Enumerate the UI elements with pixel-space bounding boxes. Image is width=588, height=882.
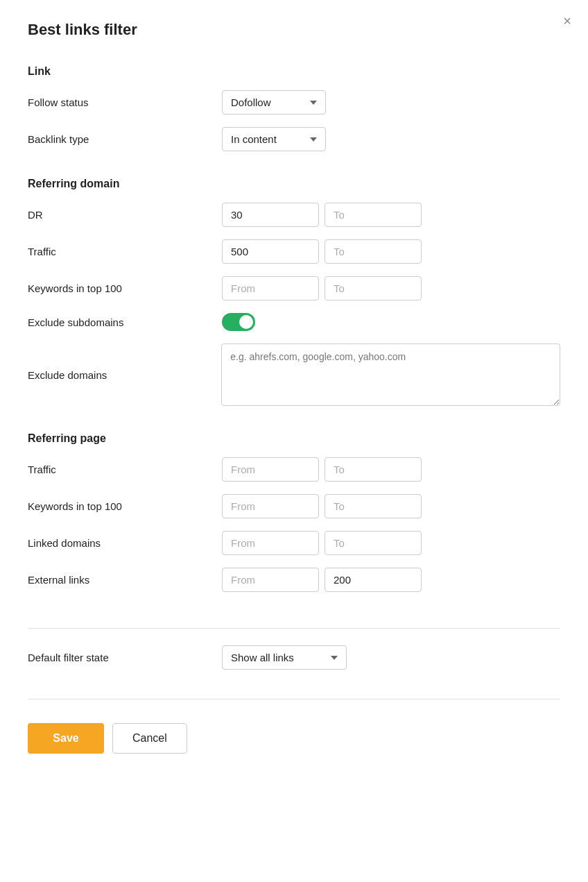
dr-row: DR bbox=[28, 203, 560, 227]
default-filter-select[interactable]: Show all links Show best links Custom bbox=[222, 645, 347, 670]
rd-traffic-from-input[interactable] bbox=[222, 239, 319, 264]
rd-traffic-row: Traffic bbox=[28, 239, 560, 264]
default-filter-label: Default filter state bbox=[28, 652, 222, 663]
rd-keywords-to-input[interactable] bbox=[325, 276, 422, 300]
referring-domain-section: Referring domain DR Traffic Keywords in … bbox=[28, 171, 560, 418]
external-links-to-input[interactable] bbox=[325, 568, 422, 592]
divider-2 bbox=[28, 699, 560, 699]
exclude-subdomains-row: Exclude subdomains bbox=[28, 313, 560, 331]
toggle-slider bbox=[222, 313, 255, 331]
rd-traffic-to-input[interactable] bbox=[325, 239, 422, 264]
rp-keywords-inputs bbox=[222, 494, 422, 518]
referring-page-title: Referring page bbox=[28, 432, 560, 445]
linked-domains-to-input[interactable] bbox=[325, 531, 422, 555]
linked-domains-from-input[interactable] bbox=[222, 531, 319, 555]
exclude-domains-row: Exclude domains bbox=[28, 344, 560, 406]
footer-buttons: Save Cancel bbox=[28, 723, 560, 761]
default-filter-row: Default filter state Show all links Show… bbox=[28, 645, 560, 670]
dr-from-input[interactable] bbox=[222, 203, 319, 227]
rp-traffic-to-input[interactable] bbox=[325, 457, 422, 482]
rp-keywords-from-input[interactable] bbox=[222, 494, 319, 518]
exclude-subdomains-label: Exclude subdomains bbox=[28, 316, 222, 328]
linked-domains-label: Linked domains bbox=[28, 537, 222, 549]
follow-status-row: Follow status Dofollow Nofollow All bbox=[28, 90, 560, 115]
rp-traffic-row: Traffic bbox=[28, 457, 560, 482]
rd-traffic-label: Traffic bbox=[28, 246, 222, 257]
rp-keywords-to-input[interactable] bbox=[325, 494, 422, 518]
link-section: Link Follow status Dofollow Nofollow All… bbox=[28, 58, 560, 164]
backlink-type-inputs: In content Sitewide All bbox=[222, 127, 326, 151]
rp-traffic-label: Traffic bbox=[28, 464, 222, 475]
rd-keywords-label: Keywords in top 100 bbox=[28, 282, 222, 294]
follow-status-select[interactable]: Dofollow Nofollow All bbox=[222, 90, 326, 115]
exclude-domains-textarea[interactable] bbox=[221, 344, 560, 406]
external-links-row: External links bbox=[28, 568, 560, 592]
external-links-from-input[interactable] bbox=[222, 568, 319, 592]
rp-keywords-label: Keywords in top 100 bbox=[28, 500, 222, 512]
backlink-type-row: Backlink type In content Sitewide All bbox=[28, 127, 560, 151]
exclude-domains-label: Exclude domains bbox=[28, 369, 221, 381]
rp-keywords-row: Keywords in top 100 bbox=[28, 494, 560, 518]
external-links-inputs bbox=[222, 568, 422, 592]
divider-1 bbox=[28, 628, 560, 629]
referring-page-section: Referring page Traffic Keywords in top 1… bbox=[28, 425, 560, 604]
follow-status-label: Follow status bbox=[28, 96, 222, 108]
linked-domains-inputs bbox=[222, 531, 422, 555]
rp-traffic-inputs bbox=[222, 457, 422, 482]
exclude-subdomains-toggle[interactable] bbox=[222, 313, 255, 331]
dr-label: DR bbox=[28, 209, 222, 221]
save-button[interactable]: Save bbox=[28, 723, 104, 754]
rp-traffic-from-input[interactable] bbox=[222, 457, 319, 482]
rd-keywords-from-input[interactable] bbox=[222, 276, 319, 300]
dr-inputs bbox=[222, 203, 422, 227]
dr-to-input[interactable] bbox=[325, 203, 422, 227]
rd-traffic-inputs bbox=[222, 239, 422, 264]
cancel-button[interactable]: Cancel bbox=[112, 723, 187, 754]
follow-status-inputs: Dofollow Nofollow All bbox=[222, 90, 326, 115]
rd-keywords-row: Keywords in top 100 bbox=[28, 276, 560, 300]
modal-title: Best links filter bbox=[28, 21, 560, 39]
close-button[interactable]: × bbox=[563, 14, 571, 28]
exclude-subdomains-toggle-wrapper bbox=[222, 313, 255, 331]
link-section-title: Link bbox=[28, 65, 560, 78]
linked-domains-row: Linked domains bbox=[28, 531, 560, 555]
backlink-type-select[interactable]: In content Sitewide All bbox=[222, 127, 326, 151]
modal-container: × Best links filter Link Follow status D… bbox=[0, 0, 588, 882]
external-links-label: External links bbox=[28, 574, 222, 586]
referring-domain-title: Referring domain bbox=[28, 178, 560, 190]
backlink-type-label: Backlink type bbox=[28, 133, 222, 145]
rd-keywords-inputs bbox=[222, 276, 422, 300]
